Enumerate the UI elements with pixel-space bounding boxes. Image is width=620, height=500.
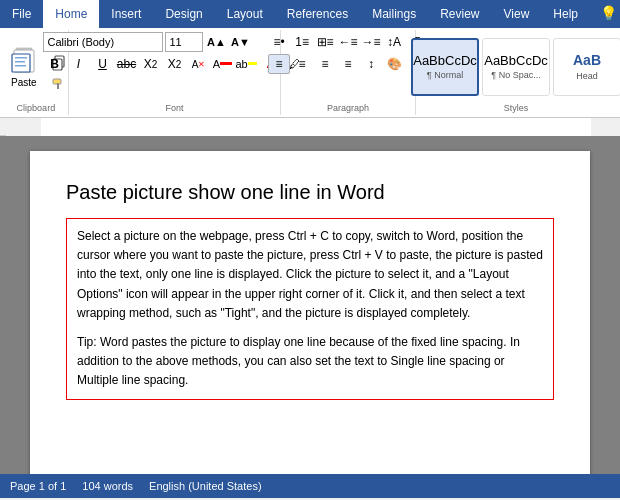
status-language: English (United States) [149, 480, 262, 492]
decrease-font-size-button[interactable]: A▼ [229, 32, 251, 52]
increase-indent-button[interactable]: →≡ [360, 32, 382, 52]
tab-references[interactable]: References [275, 0, 360, 28]
document-title: Paste picture show one line in Word [66, 181, 554, 204]
tab-view[interactable]: View [492, 0, 542, 28]
style-heading-label: Head [576, 71, 598, 81]
paste-label: Paste [11, 77, 37, 88]
light-bulb-icon[interactable]: 💡 [590, 0, 620, 28]
numbering-button[interactable]: 1≡ [291, 32, 313, 52]
increase-font-size-button[interactable]: A▲ [205, 32, 227, 52]
italic-button[interactable]: I [67, 54, 89, 74]
status-page: Page 1 of 1 [10, 480, 66, 492]
underline-button[interactable]: U [91, 54, 113, 74]
font-size-input[interactable] [165, 32, 203, 52]
clipboard-label: Clipboard [17, 101, 56, 113]
font-group: A▲ A▼ B I U abc X2 X2 A✕ A ab A 🖊 Font [69, 30, 281, 115]
line-spacing-button[interactable]: ↕ [360, 54, 382, 74]
multilevel-list-button[interactable]: ⊞≡ [314, 32, 336, 52]
paste-button[interactable]: Paste [2, 32, 46, 101]
tab-review[interactable]: Review [428, 0, 491, 28]
ruler [0, 118, 620, 136]
svg-rect-3 [15, 57, 27, 59]
font-row2: B I U abc X2 X2 A✕ A ab A 🖊 [43, 54, 305, 74]
status-words: 104 words [82, 480, 133, 492]
style-normal-preview: AaBbCcDc [413, 53, 477, 69]
font-label: Font [165, 101, 183, 113]
page: Paste picture show one line in Word Sele… [30, 151, 590, 474]
bullets-button[interactable]: ≡• [268, 32, 290, 52]
document-body[interactable]: Select a picture on the webpage, press C… [66, 218, 554, 400]
style-heading[interactable]: AaB Head [553, 38, 620, 96]
svg-rect-15 [41, 118, 591, 136]
tab-home[interactable]: Home [43, 0, 99, 28]
ribbon-tabs: File Home Insert Design Layout Reference… [0, 0, 620, 28]
sort-button[interactable]: ↕A [383, 32, 405, 52]
align-center-button[interactable]: ≡ [291, 54, 313, 74]
font-name-input[interactable] [43, 32, 163, 52]
clear-format-button[interactable]: A✕ [187, 54, 209, 74]
styles-label: Styles [504, 101, 529, 113]
svg-rect-2 [12, 54, 30, 72]
tab-file[interactable]: File [0, 0, 43, 28]
style-normal-label: ¶ Normal [427, 70, 463, 80]
style-no-spacing-label: ¶ No Spac... [491, 70, 540, 80]
align-left-button[interactable]: ≡ [268, 54, 290, 74]
align-right-button[interactable]: ≡ [314, 54, 336, 74]
para-row1: ≡• 1≡ ⊞≡ ←≡ →≡ ↕A ¶ [268, 32, 428, 52]
svg-rect-5 [15, 65, 26, 67]
tab-insert[interactable]: Insert [99, 0, 153, 28]
paragraph-label: Paragraph [327, 101, 369, 113]
paragraph-2: Tip: Word pastes the picture to display … [77, 333, 543, 391]
paragraph-1: Select a picture on the webpage, press C… [77, 227, 543, 323]
document-area: Paste picture show one line in Word Sele… [0, 136, 620, 474]
svg-rect-4 [15, 61, 25, 63]
shading-button[interactable]: 🎨 [383, 54, 405, 74]
tab-design[interactable]: Design [153, 0, 214, 28]
tab-mailings[interactable]: Mailings [360, 0, 428, 28]
ribbon: Paste [0, 28, 620, 118]
paragraph-group: ≡• 1≡ ⊞≡ ←≡ →≡ ↕A ¶ ≡ ≡ ≡ ≡ ↕ 🎨 ⊞ Paragr… [281, 30, 416, 115]
highlight-color-button[interactable]: ab [235, 54, 257, 74]
style-normal[interactable]: AaBbCcDc ¶ Normal [411, 38, 479, 96]
text-color-button[interactable]: A [211, 54, 233, 74]
para-row2: ≡ ≡ ≡ ≡ ↕ 🎨 ⊞ [268, 54, 428, 74]
status-bar: Page 1 of 1 104 words English (United St… [0, 474, 620, 498]
bold-button[interactable]: B [43, 54, 65, 74]
strikethrough-button[interactable]: abc [115, 54, 137, 74]
tab-help[interactable]: Help [541, 0, 590, 28]
style-no-spacing[interactable]: AaBbCcDc ¶ No Spac... [482, 38, 550, 96]
subscript-button[interactable]: X2 [139, 54, 161, 74]
decrease-indent-button[interactable]: ←≡ [337, 32, 359, 52]
styles-group: AaBbCcDc ¶ Normal AaBbCcDc ¶ No Spac... … [416, 30, 616, 115]
justify-button[interactable]: ≡ [337, 54, 359, 74]
superscript-button[interactable]: X2 [163, 54, 185, 74]
tab-layout[interactable]: Layout [215, 0, 275, 28]
paste-icon [8, 45, 40, 77]
style-heading-preview: AaB [573, 52, 601, 69]
style-no-spacing-preview: AaBbCcDc [484, 53, 548, 69]
font-row1: A▲ A▼ [43, 32, 251, 52]
